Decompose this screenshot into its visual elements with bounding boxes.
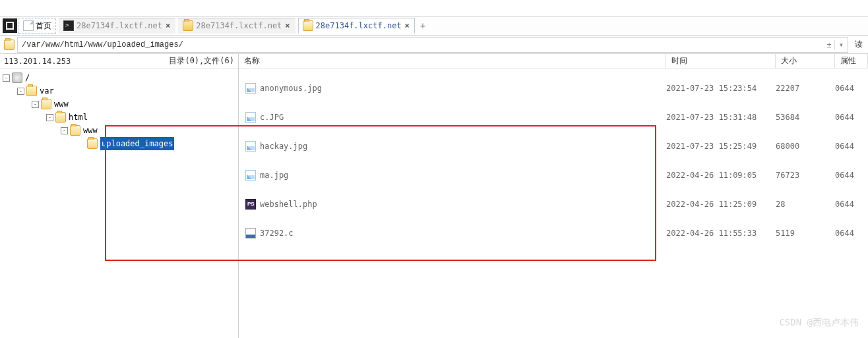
tab-label: 28e7134f.lxctf.net (316, 21, 402, 30)
top-toolbar: 首页 28e7134f.lxctf.net × 28e7134f.lxctf.n… (0, 16, 868, 36)
file-row[interactable]: anonymous.jpg 2021-07-23 15:23:54 22207 … (239, 74, 868, 103)
tab-folder-2[interactable]: 28e7134f.lxctf.net × (298, 18, 415, 34)
tab-folder-1[interactable]: 28e7134f.lxctf.net × (178, 18, 295, 34)
col-time[interactable]: 时间 (666, 54, 776, 68)
file-size: 28 (776, 200, 835, 209)
tree-label: uploaded_images (100, 137, 174, 150)
close-icon[interactable]: × (165, 21, 171, 30)
file-attr: 0644 (835, 229, 854, 238)
tree-label: var (40, 84, 54, 98)
tree-header: 113.201.14.253 目录(0),文件(6) (0, 54, 238, 69)
file-row[interactable]: 37292.c 2022-04-26 11:55:33 5119 0644 (239, 219, 868, 248)
host-label: 113.201.14.253 (4, 57, 71, 66)
svg-rect-0 (7, 22, 13, 29)
file-size: 22207 (776, 84, 835, 93)
file-time: 2022-04-26 11:55:33 (666, 229, 776, 238)
file-name: webshell.php (260, 200, 317, 209)
app-menu-button[interactable] (3, 18, 17, 33)
terminal-icon (63, 20, 74, 31)
tab-label: 28e7134f.lxctf.net (196, 21, 282, 30)
file-size: 68000 (776, 142, 835, 151)
collapse-icon[interactable]: - (17, 88, 24, 95)
disk-icon (12, 72, 22, 83)
page-icon (23, 20, 34, 31)
file-icon (245, 228, 256, 239)
folder-icon (70, 125, 80, 136)
file-attr: 0644 (835, 200, 854, 209)
file-attr: 0644 (835, 113, 854, 122)
folder-icon (87, 138, 98, 149)
folder-icon (55, 112, 66, 123)
file-panel: 名称 时间 大小 属性 anonymous.jpg 2021-07-23 15:… (239, 54, 868, 338)
file-attr: 0644 (835, 171, 854, 180)
path-zoom-button[interactable]: ± (824, 40, 835, 49)
folder-icon (26, 86, 37, 96)
directory-tree: - / - var - www - html (0, 69, 238, 153)
tree-node-html[interactable]: - html (3, 111, 235, 124)
image-icon (245, 83, 256, 94)
file-name: ma.jpg (260, 171, 288, 180)
file-name: c.JPG (260, 113, 284, 122)
address-box: ± ▾ (17, 37, 848, 53)
path-input[interactable] (19, 38, 823, 51)
collapse-icon[interactable]: - (61, 127, 68, 134)
file-attr: 0644 (835, 84, 854, 93)
column-headers: 名称 时间 大小 属性 (239, 54, 868, 69)
file-time: 2022-04-26 11:09:05 (666, 171, 776, 180)
file-name: hackay.jpg (260, 142, 307, 151)
tab-terminal[interactable]: 28e7134f.lxctf.net × (59, 18, 175, 34)
file-size: 5119 (776, 229, 835, 238)
collapse-icon[interactable]: - (32, 101, 39, 108)
read-button[interactable]: 读 (851, 39, 867, 50)
php-icon (245, 199, 256, 210)
image-icon (245, 170, 256, 181)
tree-node-www2[interactable]: - www (3, 124, 235, 137)
file-time: 2021-07-23 15:31:48 (666, 113, 776, 122)
file-size: 76723 (776, 171, 835, 180)
folder-icon (41, 99, 51, 109)
new-tab-button[interactable]: + (416, 19, 429, 32)
file-row[interactable]: hackay.jpg 2021-07-23 15:25:49 68000 064… (239, 132, 868, 161)
tree-label: / (25, 71, 30, 84)
close-icon[interactable]: × (284, 21, 290, 30)
file-row[interactable]: webshell.php 2022-04-26 11:25:09 28 0644 (239, 190, 868, 219)
app-logo-icon (6, 22, 14, 30)
folder-icon (4, 40, 15, 50)
tree-node-uploaded-images[interactable]: uploaded_images (3, 137, 235, 150)
path-dropdown-button[interactable]: ▾ (836, 40, 846, 49)
home-label: 首页 (36, 20, 51, 32)
file-time: 2021-07-23 15:23:54 (666, 84, 776, 93)
collapse-icon[interactable]: - (46, 114, 53, 121)
col-attr[interactable]: 属性 (835, 54, 868, 68)
folder-icon (183, 20, 193, 31)
file-time: 2021-07-23 15:25:49 (666, 142, 776, 151)
file-name: anonymous.jpg (260, 84, 322, 93)
folder-icon (303, 20, 313, 31)
col-size[interactable]: 大小 (776, 54, 835, 68)
file-name: 37292.c (260, 229, 294, 238)
tree-node-www[interactable]: - www (3, 98, 235, 111)
collapse-icon[interactable]: - (3, 74, 10, 82)
file-row[interactable]: ma.jpg 2022-04-26 11:09:05 76723 0644 (239, 161, 868, 190)
tree-label: www (83, 124, 98, 137)
tab-label: 28e7134f.lxctf.net (77, 21, 162, 30)
file-size: 53684 (776, 113, 835, 122)
file-attr: 0644 (835, 142, 854, 151)
tree-node-var[interactable]: - var (3, 84, 235, 98)
image-icon (245, 141, 256, 152)
tree-label: www (54, 98, 69, 111)
tree-root[interactable]: - / (3, 71, 235, 84)
close-icon[interactable]: × (404, 21, 410, 30)
address-bar: ± ▾ 读 (0, 36, 868, 54)
dir-count-label: 目录(0),文件(6) (169, 55, 234, 67)
file-time: 2022-04-26 11:25:09 (666, 200, 776, 209)
home-tab[interactable]: 首页 (18, 18, 56, 34)
file-list: anonymous.jpg 2021-07-23 15:23:54 22207 … (239, 69, 868, 248)
tree-panel: 113.201.14.253 目录(0),文件(6) - / - var - w… (0, 54, 239, 338)
image-icon (245, 112, 256, 123)
file-row[interactable]: c.JPG 2021-07-23 15:31:48 53684 0644 (239, 103, 868, 132)
tree-label: html (69, 111, 88, 124)
col-name[interactable]: 名称 (239, 54, 666, 68)
